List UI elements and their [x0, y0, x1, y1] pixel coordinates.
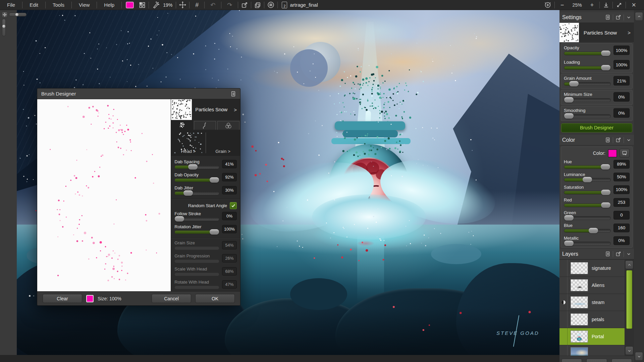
dialog-size-value[interactable]: Size: 100% — [98, 296, 121, 301]
sidebar-scroll-down-icon[interactable] — [635, 352, 643, 361]
slider-thumb[interactable] — [188, 164, 198, 170]
layer-thumbnail[interactable] — [571, 330, 588, 343]
menu-view[interactable]: View — [72, 2, 97, 8]
layer-row-portal[interactable]: Portal — [559, 328, 625, 345]
slider-metallic[interactable]: Metallic 0% — [561, 235, 632, 247]
slider-thumb[interactable] — [601, 164, 610, 170]
zoom-level-value[interactable]: 25% — [570, 2, 585, 8]
share-export-icon[interactable] — [238, 0, 251, 10]
slider-green[interactable]: Green 0 — [561, 209, 632, 222]
slider-dab-jitter[interactable]: Dab Jitter 30% — [171, 184, 240, 197]
zoom-out-button[interactable]: − — [555, 0, 570, 10]
layer-row-steam[interactable]: steam — [559, 294, 625, 311]
layers-scroll-down-icon[interactable] — [625, 346, 633, 355]
panels-grid-icon[interactable] — [136, 0, 149, 10]
panel-menu-icon[interactable] — [605, 137, 610, 143]
panel-popout-icon[interactable] — [615, 137, 621, 143]
layer-gutter[interactable] — [559, 277, 568, 294]
current-brush-row[interactable]: Particles Snow > — [559, 23, 634, 42]
layer-row-aliens[interactable]: Aliens — [559, 277, 625, 294]
slider-smoothing[interactable]: Smoothing 0% — [561, 106, 632, 121]
panel-popout-icon[interactable] — [615, 251, 621, 257]
slider-red[interactable]: Red 253 — [561, 196, 632, 209]
menu-edit[interactable]: Edit — [22, 2, 45, 8]
tab-stroke[interactable] — [194, 121, 216, 130]
layer-group-button[interactable] — [586, 359, 607, 362]
layers-scrollbar[interactable] — [625, 260, 634, 356]
slider-blue[interactable]: Blue 160 — [561, 222, 632, 235]
fullscreen-icon[interactable] — [613, 0, 626, 10]
layer-thumbnail[interactable] — [571, 279, 588, 291]
chevron-down-icon[interactable] — [626, 15, 631, 20]
chevron-right-icon[interactable]: > — [628, 30, 631, 36]
chevron-down-icon[interactable] — [626, 251, 631, 256]
grid-overlay-icon[interactable]: # — [190, 0, 204, 10]
color-panel-header[interactable]: Color — [559, 135, 634, 145]
slider-rotation-jitter[interactable]: Rotation Jitter 100% — [171, 223, 240, 236]
layer-gutter[interactable] — [559, 345, 568, 356]
slider-dab-opacity[interactable]: Dab Opacity 92% — [171, 171, 240, 184]
canvas-position-reset[interactable] — [2, 12, 8, 18]
layer-gutter[interactable] — [559, 294, 568, 311]
slider-minimum-size[interactable]: Minimum Size 0% — [561, 90, 632, 105]
settings-panel-header[interactable]: Settings — [559, 12, 634, 23]
chevron-down-icon[interactable] — [626, 137, 631, 142]
layer-row-signature[interactable]: signature — [559, 260, 625, 277]
redo-icon[interactable]: ↷ — [221, 0, 238, 10]
ok-button[interactable]: OK — [195, 294, 235, 303]
color-swatch[interactable] — [608, 149, 617, 157]
menu-tools[interactable]: Tools — [46, 2, 71, 8]
duplicate-window-icon[interactable] — [251, 0, 264, 10]
sidebar-scroll-strip[interactable] — [634, 10, 644, 362]
slider-thumb[interactable] — [601, 190, 610, 195]
slider-hue[interactable]: Hue 89% — [561, 158, 632, 171]
slider-thumb[interactable] — [564, 113, 574, 119]
head-preview[interactable]: Head > — [171, 130, 206, 156]
layer-row-background[interactable] — [559, 345, 625, 356]
slider-dab-spacing[interactable]: Dab Spacing 41% — [171, 158, 240, 171]
dialog-titlebar[interactable]: Brush Designer — [37, 88, 240, 99]
canvas-rotate-reset-icon[interactable] — [541, 0, 554, 10]
slider-thumb[interactable] — [210, 177, 219, 183]
slider-thumb[interactable] — [564, 97, 574, 103]
minimize-icon[interactable] — [600, 0, 612, 10]
layer-row-petals[interactable]: petals — [559, 311, 625, 328]
canvas-horizontal-scroll[interactable] — [9, 13, 26, 16]
slider-grain-amount[interactable]: Grain Amount 21% — [561, 74, 632, 88]
tab-color[interactable] — [217, 121, 239, 130]
layer-thumbnail[interactable] — [571, 347, 588, 356]
slider-thumb[interactable] — [210, 229, 219, 235]
clear-button[interactable]: Clear — [43, 294, 82, 303]
zoom-in-button[interactable]: + — [585, 0, 600, 10]
slider-luminance[interactable]: Luminance 50% — [561, 171, 632, 184]
layers-scroll-thumb[interactable] — [626, 270, 632, 329]
slider-thumb[interactable] — [564, 215, 574, 221]
canvas-vertical-scroll[interactable] — [2, 19, 6, 36]
slider-thumb[interactable] — [175, 216, 184, 222]
panel-menu-icon[interactable] — [605, 14, 610, 20]
dialog-current-brush[interactable]: Particles Snow > — [171, 99, 240, 120]
panel-menu-icon[interactable] — [605, 251, 610, 257]
layer-gutter[interactable] — [559, 311, 568, 328]
slider-thumb[interactable] — [569, 81, 579, 86]
slider-saturation[interactable]: Saturation 100% — [561, 184, 632, 196]
layer-thumbnail[interactable] — [571, 313, 588, 325]
slider-thumb[interactable] — [583, 177, 592, 182]
close-app-icon[interactable]: × — [626, 0, 644, 10]
layers-panel-header[interactable]: Layers — [559, 249, 634, 259]
menu-help[interactable]: Help — [97, 2, 121, 8]
brush-designer-button[interactable]: Brush Designer — [561, 123, 632, 132]
slider-opacity[interactable]: Opacity 100% — [561, 44, 632, 58]
layer-gutter[interactable] — [559, 328, 568, 345]
panel-popout-icon[interactable] — [615, 14, 621, 20]
brush-test-area[interactable] — [37, 99, 171, 291]
slider-thumb[interactable] — [601, 51, 610, 56]
layers-scroll-up-icon[interactable] — [625, 260, 633, 269]
dialog-menu-icon[interactable] — [230, 91, 236, 97]
layer-gutter[interactable] — [559, 260, 568, 277]
slider-thumb[interactable] — [601, 202, 610, 208]
slider-thumb[interactable] — [601, 65, 610, 70]
slider-loading[interactable]: Loading 100% — [561, 58, 632, 72]
color-picker-button[interactable] — [620, 149, 630, 158]
delete-layer-button[interactable] — [611, 359, 632, 362]
